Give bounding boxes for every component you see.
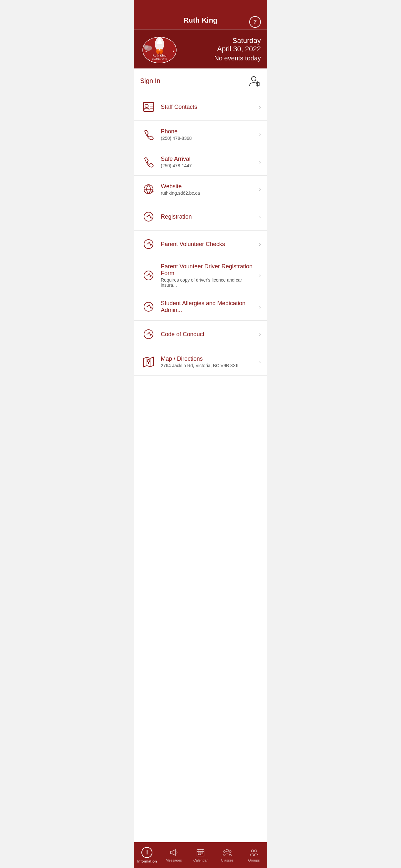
groups-icon [250, 848, 258, 857]
svg-line-19 [259, 85, 259, 86]
registration-item[interactable]: Registration › [134, 203, 267, 230]
svg-point-50 [251, 850, 253, 852]
safe-arrival-icon [140, 153, 157, 170]
svg-point-37 [147, 360, 150, 362]
signin-button[interactable]: Sign In [140, 77, 160, 85]
svg-point-11 [251, 76, 256, 81]
safe-arrival-number: (250) 478-1447 [161, 163, 256, 168]
svg-point-13 [257, 83, 258, 85]
svg-point-23 [145, 104, 148, 107]
map-directions-item[interactable]: Map / Directions 2764 Jacklin Rd, Victor… [134, 348, 267, 376]
website-url: ruthking.sd62.bc.ca [161, 190, 256, 196]
school-logo: Ruth King ELEMENTARY ★ ★ [140, 35, 179, 64]
svg-line-18 [256, 82, 256, 82]
volunteer-driver-subtitle: Requires copy of driver's licence and ca… [161, 277, 256, 288]
svg-point-3 [156, 49, 159, 54]
website-icon [140, 181, 157, 197]
information-icon: i [142, 847, 152, 858]
code-conduct-title: Code of Conduct [161, 331, 256, 338]
code-conduct-content: Code of Conduct [157, 331, 256, 338]
chevron-icon: › [259, 272, 261, 279]
volunteer-driver-item[interactable]: Parent Vounteer Driver Registration Form… [134, 258, 267, 293]
messages-icon [169, 848, 178, 857]
chevron-icon: › [259, 331, 261, 338]
staff-contacts-item[interactable]: Staff Contacts › [134, 93, 267, 121]
nav-information-label: Information [137, 859, 157, 863]
phone-icon [140, 126, 157, 143]
allergies-title: Student Allergies and Medication Admin..… [161, 300, 256, 314]
phone-content: Phone (250) 478-8368 [157, 128, 256, 141]
map-directions-title: Map / Directions [161, 355, 256, 362]
signin-section[interactable]: Sign In [134, 68, 267, 93]
website-content: Website ruthking.sd62.bc.ca [157, 183, 256, 196]
app-title: Ruth King [183, 16, 217, 25]
nav-calendar-label: Calendar [193, 858, 208, 862]
staff-contacts-content: Staff Contacts [157, 104, 256, 111]
code-conduct-icon [140, 326, 157, 343]
date-full: April 30, 2022 [214, 45, 261, 53]
allergies-item[interactable]: Student Allergies and Medication Admin..… [134, 293, 267, 321]
volunteer-checks-content: Parent Volunteer Checks [157, 241, 256, 248]
phone-item[interactable]: Phone (250) 478-8368 › [134, 121, 267, 148]
svg-text:Ruth King: Ruth King [153, 54, 166, 57]
volunteer-checks-item[interactable]: Parent Volunteer Checks › [134, 230, 267, 258]
staff-contacts-icon [140, 98, 157, 115]
profile-settings-icon[interactable] [248, 74, 261, 87]
date-day: Saturday [214, 36, 261, 45]
staff-contacts-title: Staff Contacts [161, 104, 256, 111]
website-item[interactable]: Website ruthking.sd62.bc.ca › [134, 176, 267, 203]
school-banner: Ruth King ELEMENTARY ★ ★ Saturday April … [134, 29, 267, 68]
allergies-icon [140, 299, 157, 315]
safe-arrival-title: Safe Arrival [161, 156, 256, 162]
registration-icon [140, 208, 157, 225]
svg-rect-46 [200, 854, 201, 855]
help-button[interactable]: ? [249, 16, 261, 28]
code-conduct-item[interactable]: Code of Conduct › [134, 321, 267, 348]
map-address: 2764 Jacklin Rd, Victoria, BC V9B 3X6 [161, 363, 256, 368]
svg-point-51 [254, 850, 257, 852]
nav-messages[interactable]: Messages [160, 842, 187, 868]
svg-point-31 [144, 271, 153, 280]
map-directions-content: Map / Directions 2764 Jacklin Rd, Victor… [157, 355, 256, 368]
bottom-navigation: i Information Messages Calendar [134, 842, 267, 868]
allergies-content: Student Allergies and Medication Admin..… [157, 300, 256, 314]
nav-classes[interactable]: Classes [214, 842, 241, 868]
svg-point-29 [144, 212, 153, 221]
svg-line-21 [256, 85, 256, 86]
svg-rect-45 [198, 854, 199, 855]
nav-groups[interactable]: Groups [241, 842, 267, 868]
chevron-icon: › [259, 304, 261, 310]
svg-point-10 [143, 45, 149, 49]
volunteer-checks-icon [140, 236, 157, 252]
safe-arrival-item[interactable]: Safe Arrival (250) 478-1447 › [134, 148, 267, 176]
date-info-block: Saturday April 30, 2022 No events today [214, 36, 261, 62]
svg-rect-44 [202, 852, 203, 854]
nav-groups-label: Groups [248, 858, 260, 862]
volunteer-driver-content: Parent Vounteer Driver Registration Form… [157, 263, 256, 288]
chevron-icon: › [259, 186, 261, 193]
chevron-icon: › [259, 131, 261, 138]
chevron-icon: › [259, 359, 261, 365]
svg-point-33 [144, 330, 153, 339]
menu-list: Staff Contacts › Phone (250) 478-8368 › … [134, 93, 267, 842]
phone-number: (250) 478-8368 [161, 135, 256, 141]
svg-line-20 [259, 82, 259, 82]
registration-title: Registration [161, 213, 256, 220]
svg-rect-42 [198, 852, 199, 854]
svg-point-32 [144, 302, 153, 311]
svg-rect-43 [200, 852, 201, 854]
svg-point-30 [144, 240, 153, 249]
volunteer-driver-title: Parent Vounteer Driver Registration Form [161, 263, 256, 277]
volunteer-checks-title: Parent Volunteer Checks [161, 241, 256, 248]
svg-point-49 [229, 850, 231, 852]
svg-point-48 [223, 850, 225, 852]
chevron-icon: › [259, 241, 261, 248]
nav-calendar[interactable]: Calendar [187, 842, 214, 868]
nav-messages-label: Messages [166, 858, 182, 862]
nav-information[interactable]: i Information [134, 842, 160, 868]
no-events-label: No events today [214, 55, 261, 62]
nav-classes-label: Classes [221, 858, 234, 862]
classes-icon [223, 848, 232, 857]
volunteer-driver-icon [140, 267, 157, 284]
safe-arrival-content: Safe Arrival (250) 478-1447 [157, 156, 256, 168]
